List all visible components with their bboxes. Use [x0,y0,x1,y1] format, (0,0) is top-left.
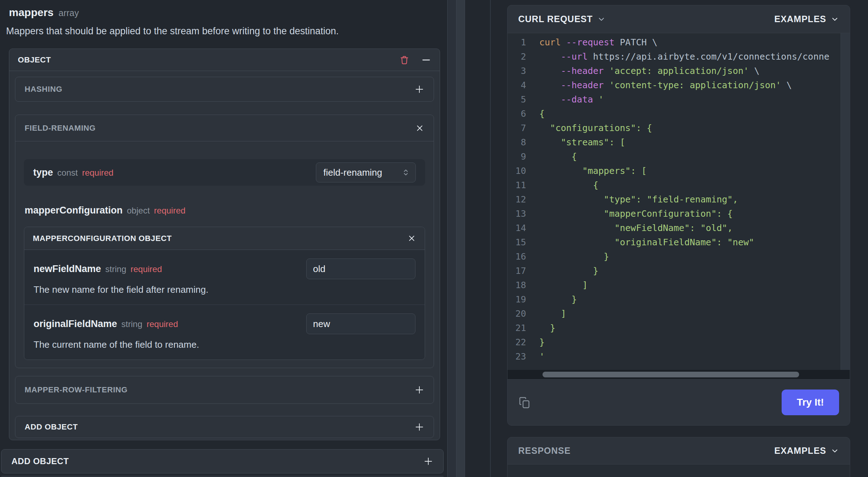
code-line-number: 9 [508,150,526,164]
object-panel: OBJECT HASHING FIELD-RENAMING [9,49,440,440]
up-down-chevrons-icon [401,168,410,177]
curl-request-selector[interactable]: CURL REQUEST [518,14,606,24]
code-line: ' [539,350,850,364]
code-line-number: 3 [508,64,526,78]
hashing-section-toggle[interactable]: HASHING [15,77,434,102]
new-field-name-input[interactable] [306,258,415,279]
minus-icon[interactable] [421,55,431,65]
object-panel-header: OBJECT [9,49,440,71]
code-line-number: 21 [508,321,526,335]
mapper-configuration-object-header: MAPPERCONFIGURATION OBJECT [24,227,425,250]
code-line: "mappers": [ [539,164,850,178]
code-line-number: 23 [508,350,526,364]
code-line: "mapperConfiguration": { [539,207,850,221]
code-line: "newFieldName": "old", [539,221,850,235]
field-renaming-header[interactable]: FIELD-RENAMING [15,115,434,141]
original-field-name-kind: string [121,319,142,329]
curl-request-footer: Try It! [508,379,850,425]
mapper-configuration-label-row: mapperConfiguration object required [24,205,425,216]
add-object-label: ADD OBJECT [25,422,78,432]
code-line: "originalFieldName": "new" [539,235,850,250]
field-renaming-section: FIELD-RENAMING type const required field… [15,115,434,368]
trash-icon[interactable] [399,55,410,65]
response-title-wrap: RESPONSE [518,446,571,456]
code-gutter: 1234567891011121314151617181920212223 [508,35,526,370]
mapper-row-filtering-toggle[interactable]: MAPPER-ROW-FILTERING [15,376,434,404]
code-line-number: 22 [508,335,526,350]
mapper-configuration-object-panel: MAPPERCONFIGURATION OBJECT newFieldName … [24,227,425,360]
code-line-number: 8 [508,135,526,150]
code-line-number: 17 [508,264,526,278]
examples-dropdown[interactable]: EXAMPLES [774,14,839,24]
close-icon[interactable] [407,234,416,243]
code-horizontal-scrollbar-thumb[interactable] [542,372,799,377]
property-title: mappers array [9,6,79,19]
code-line: } [539,335,850,350]
type-field-required: required [82,168,113,178]
response-code-block [508,465,850,477]
code-line-number: 16 [508,250,526,264]
add-object-button-outer[interactable]: ADD OBJECT [1,449,444,473]
chevron-down-icon [831,15,839,24]
code-line: { [539,178,850,192]
mapper-configuration-kind: object [127,206,150,216]
property-type-badge: array [59,8,79,18]
code-line-number: 4 [508,78,526,92]
response-examples-dropdown[interactable]: EXAMPLES [774,446,839,456]
new-field-name-label: newFieldName [34,263,101,275]
code-line: } [539,264,850,278]
code-line-number: 18 [508,278,526,292]
chevron-down-icon [831,447,839,455]
add-object-button-inner[interactable]: ADD OBJECT [15,416,434,438]
code-line: { [539,150,850,164]
code-lines: curl --request PATCH \ --url https://api… [539,35,850,370]
code-line: "streams": [ [539,135,850,150]
type-select-value: field-renaming [323,167,382,178]
code-line: curl --request PATCH \ [539,35,850,50]
column-divider [490,0,491,477]
plus-icon[interactable] [423,456,433,466]
examples-label: EXAMPLES [774,14,826,24]
code-line-number: 12 [508,192,526,207]
new-field-name-required: required [131,264,162,274]
code-line: "type": "field-renaming", [539,192,850,207]
code-line-number: 13 [508,207,526,221]
new-field-name-row: newFieldName string required The new nam… [24,250,425,305]
type-field-kind: const [57,168,78,178]
new-field-name-kind: string [105,264,126,274]
code-line-number: 1 [508,35,526,50]
code-line: { [539,107,850,121]
code-horizontal-scrollbar-track[interactable] [508,370,850,379]
code-line: --data ' [539,92,850,107]
original-field-name-input[interactable] [306,313,415,334]
code-line: } [539,250,850,264]
copy-icon[interactable] [518,396,531,409]
code-line-number: 19 [508,292,526,307]
column-gutter-scrollbar[interactable] [456,0,465,477]
next-panel-edge [1,476,444,477]
property-description: Mappers that should be applied to the st… [6,26,339,37]
field-renaming-label: FIELD-RENAMING [25,124,96,133]
code-vertical-scrollbar[interactable] [841,33,850,370]
code-line-number: 7 [508,121,526,135]
chevron-down-icon [597,15,606,24]
curl-request-header: CURL REQUEST EXAMPLES [508,5,850,33]
code-line-number: 2 [508,50,526,64]
plus-icon[interactable] [414,84,424,94]
close-icon[interactable] [415,124,424,133]
code-line: ] [539,278,850,292]
type-select[interactable]: field-renaming [316,162,416,182]
code-line: ] [539,307,850,321]
mapper-configuration-object-title: MAPPERCONFIGURATION OBJECT [33,234,172,243]
plus-icon[interactable] [414,385,424,395]
original-field-name-label: originalFieldName [34,318,117,330]
try-it-button[interactable]: Try It! [782,390,839,415]
code-line-number: 15 [508,235,526,250]
response-header: RESPONSE EXAMPLES [508,437,850,465]
code-line: "configurations": { [539,121,850,135]
column-gutter-track [447,0,456,477]
response-examples-label: EXAMPLES [774,446,826,456]
original-field-name-description: The current name of the field to rename. [34,339,415,350]
object-panel-title: OBJECT [18,55,51,65]
plus-icon[interactable] [414,422,424,432]
